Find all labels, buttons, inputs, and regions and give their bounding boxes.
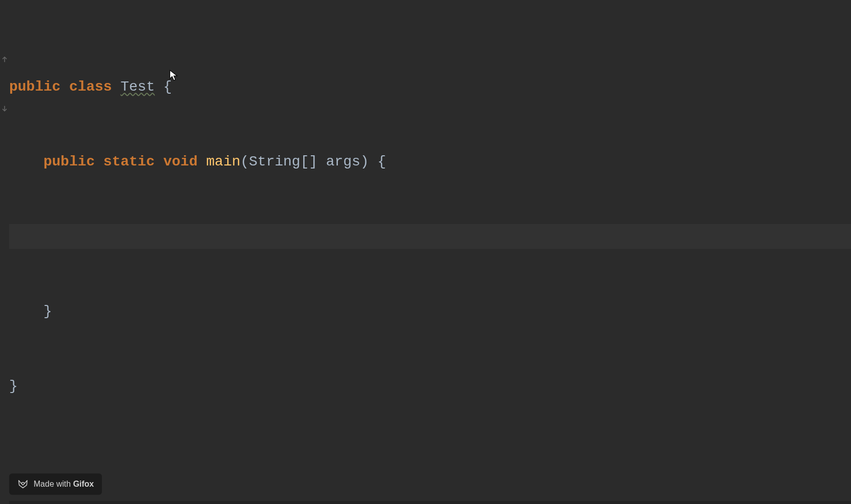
brace-close: } xyxy=(9,378,18,394)
code-line-5[interactable]: } xyxy=(9,374,851,399)
code-editor[interactable]: public class Test { public static void m… xyxy=(0,0,851,504)
gifox-watermark: Made with Gifox xyxy=(9,473,102,495)
watermark-brand: Gifox xyxy=(73,480,94,488)
paren-open: ( xyxy=(241,154,249,170)
gifox-fox-icon xyxy=(17,479,29,490)
param-type: String[] xyxy=(249,154,317,170)
code-line-3-current[interactable] xyxy=(9,224,851,249)
paren-close: ) xyxy=(360,154,369,170)
code-line-2[interactable]: public static void main(String[] args) { xyxy=(9,149,851,174)
code-line-1[interactable]: public class Test { xyxy=(9,74,851,99)
editor-gutter xyxy=(0,0,9,504)
current-line-highlight xyxy=(9,224,851,249)
fold-marker-method-end[interactable] xyxy=(1,105,8,113)
code-area[interactable]: public class Test { public static void m… xyxy=(9,0,851,504)
brace-open: { xyxy=(378,154,386,170)
fold-marker-method[interactable] xyxy=(1,55,8,63)
method-name: main xyxy=(206,154,241,170)
class-name: Test xyxy=(120,79,154,95)
bottom-bar xyxy=(0,501,851,504)
param-name: args xyxy=(326,154,360,170)
watermark-text: Made with Gifox xyxy=(34,480,94,489)
brace-open: { xyxy=(164,79,172,95)
keyword-public: public xyxy=(43,154,95,170)
keyword-void: void xyxy=(164,154,198,170)
keyword-class: class xyxy=(69,79,112,95)
keyword-public: public xyxy=(9,79,61,95)
keyword-static: static xyxy=(103,154,155,170)
brace-close: } xyxy=(43,303,52,319)
code-line-4[interactable]: } xyxy=(9,299,851,324)
watermark-prefix: Made with xyxy=(34,480,73,488)
